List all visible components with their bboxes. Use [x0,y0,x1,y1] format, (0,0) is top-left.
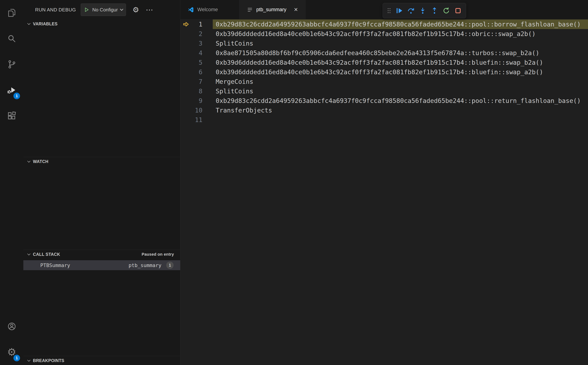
code-line[interactable]: 2 0xb39d6dddedd16ed8a40ce0b1e6b43c92acf0… [180,29,588,39]
code-text[interactable]: SplitCoins [213,39,588,48]
editor-group: Welcome ptb_summary ✕ [180,0,588,365]
explorer-icon[interactable] [0,0,23,26]
code-text[interactable]: 0xb39d6dddedd16ed8a40ce0b1e6b43c92acf0ff… [213,58,588,67]
call-stack-frame-row[interactable]: PTBSummary ptb_summary 1 [23,260,180,270]
line-number-gutter[interactable]: 2 [180,29,213,39]
watch-section-header[interactable]: WATCH [23,157,180,166]
code-text[interactable]: 0xb39d6dddedd16ed8a40ce0b1e6b43c92acf0ff… [213,29,588,39]
activity-bar: 1 ⚙ 1 [0,0,23,365]
chevron-down-icon [120,7,123,11]
code-line[interactable]: 9 0xb29d83c26cdd2a64959263abbcfc4a6937f0… [180,96,588,105]
call-stack-section-header[interactable]: CALL STACK Paused on entry [23,250,180,259]
settings-count-badge: 1 [14,355,20,361]
line-number-gutter[interactable]: 7 [180,77,213,86]
extensions-icon[interactable] [0,103,23,129]
variables-body [23,28,180,157]
vscode-logo-icon [188,7,194,13]
account-icon[interactable] [0,314,23,339]
tab-welcome[interactable]: Welcome [180,0,239,19]
search-icon[interactable] [0,26,23,51]
debug-count-badge: 1 [14,93,20,99]
paused-status-badge: Paused on entry [142,252,174,257]
code-text[interactable]: SplitCoins [213,86,588,96]
settings-gear-icon[interactable]: ⚙ 1 [0,339,23,365]
debug-continue-icon[interactable] [394,5,404,17]
frame-source: ptb_summary [128,262,162,268]
debug-step-over-icon[interactable] [406,5,416,17]
watch-section: WATCH [23,157,180,250]
close-icon[interactable]: ✕ [294,7,298,13]
activity-bar-top: 1 [0,0,23,129]
config-dropdown-label: No Configur [92,7,118,13]
debug-current-line-arrow-icon [183,21,190,28]
code-editor[interactable]: 1 0xb29d83c26cdd2a64959263abbcfc4a6937f0… [180,20,588,365]
debug-settings-gear-icon[interactable]: ⚙ [133,6,139,14]
sidebar-title: RUN AND DEBUG [35,7,76,13]
debug-toolbar [383,3,466,18]
code-text[interactable]: TransferObjects [213,105,588,115]
watch-label: WATCH [33,159,48,164]
chevron-down-icon [27,358,30,362]
code-text[interactable]: 0x8ae871505a80d8bf6bf9c05906cda6edfeea46… [213,48,588,58]
line-number-gutter[interactable]: 6 [180,67,213,77]
breakpoints-label: BREAKPOINTS [33,358,64,363]
line-number-gutter[interactable]: 8 [180,86,213,96]
debug-step-out-icon[interactable] [429,5,440,17]
line-number-gutter[interactable]: 3 [180,39,213,48]
run-and-debug-icon[interactable]: 1 [0,77,23,103]
activity-bar-bottom: ⚙ 1 [0,314,23,365]
sidebar-header: RUN AND DEBUG No Configur ⚙ ⋯ [23,0,180,20]
more-actions-icon[interactable]: ⋯ [146,6,153,14]
debug-restart-icon[interactable] [441,5,452,17]
call-stack-section: CALL STACK Paused on entry PTBSummary pt… [23,250,180,356]
debug-stop-icon[interactable] [453,5,463,17]
code-text[interactable]: MergeCoins [213,77,588,86]
call-stack-label: CALL STACK [33,252,60,257]
code-text[interactable]: 0xb29d83c26cdd2a64959263abbcfc4a6937f0c9… [213,20,588,29]
tab-label: Welcome [197,7,218,13]
frame-name: PTBSummary [40,262,70,268]
line-number-gutter[interactable]: 10 [180,105,213,115]
variables-section-header[interactable]: VARIABLES [23,20,180,28]
line-number-gutter[interactable]: 11 [180,115,213,125]
code-text[interactable]: 0xb39d6dddedd16ed8a40ce0b1e6b43c92acf0ff… [213,67,588,77]
variables-section: VARIABLES [23,20,180,157]
code-line[interactable]: 8 SplitCoins [180,86,588,96]
debug-config-dropdown[interactable]: No Configur [81,3,126,16]
list-file-icon [247,7,253,13]
line-number-gutter[interactable]: 9 [180,96,213,105]
toolbar-drag-gripper[interactable] [385,5,393,17]
chevron-down-icon [27,160,30,163]
code-line[interactable]: 7 MergeCoins [180,77,588,86]
code-text[interactable]: 0xb29d83c26cdd2a64959263abbcfc4a6937f0c9… [213,96,588,105]
editor-tab-bar: Welcome ptb_summary ✕ [180,0,588,20]
line-number-gutter[interactable]: 4 [180,48,213,58]
variables-label: VARIABLES [33,21,57,27]
breakpoints-section-header[interactable]: BREAKPOINTS [23,356,180,365]
line-number-gutter[interactable]: 1 [180,20,213,29]
breakpoints-section: BREAKPOINTS [23,356,180,365]
tab-ptb-summary[interactable]: ptb_summary ✕ [239,0,305,20]
code-line[interactable]: 6 0xb39d6dddedd16ed8a40ce0b1e6b43c92acf0… [180,67,588,77]
code-line[interactable]: 1 0xb29d83c26cdd2a64959263abbcfc4a6937f0… [180,20,588,29]
code-line[interactable]: 3 SplitCoins [180,39,588,48]
code-line[interactable]: 5 0xb39d6dddedd16ed8a40ce0b1e6b43c92acf0… [180,58,588,67]
tab-label: ptb_summary [256,7,286,13]
start-debug-play-icon[interactable] [84,7,90,13]
chevron-down-icon [27,252,30,255]
debug-step-into-icon[interactable] [417,5,428,17]
code-line[interactable]: 4 0x8ae871505a80d8bf6bf9c05906cda6edfeea… [180,48,588,58]
watch-body [23,166,180,250]
code-line[interactable]: 10 TransferObjects [180,105,588,115]
source-control-icon[interactable] [0,51,23,77]
frame-count-badge: 1 [166,261,174,269]
code-text[interactable] [213,115,588,125]
chevron-down-icon [27,22,30,25]
run-debug-sidebar: RUN AND DEBUG No Configur ⚙ ⋯ VARIABLES … [23,0,180,365]
code-line[interactable]: 11 [180,115,588,125]
line-number-gutter[interactable]: 5 [180,58,213,67]
vscode-window: 1 ⚙ 1 RUN AND DEBUG No Configur ⚙ [0,0,588,365]
